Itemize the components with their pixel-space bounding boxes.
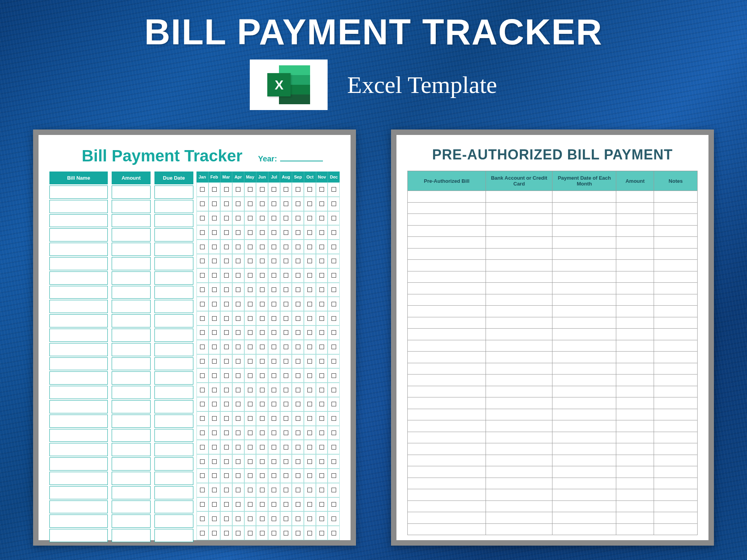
checkbox-cell[interactable] (328, 511, 340, 526)
cell-dd[interactable] (154, 186, 193, 199)
cell-dd[interactable] (154, 457, 193, 471)
checkbox-cell[interactable] (292, 326, 304, 340)
table-cell[interactable] (654, 443, 698, 455)
table-cell[interactable] (616, 386, 654, 397)
cell-bn[interactable] (49, 186, 108, 199)
checkbox-cell[interactable] (209, 182, 221, 197)
table-cell[interactable] (552, 317, 616, 329)
checkbox-cell[interactable] (196, 182, 209, 197)
checkbox-cell[interactable] (316, 411, 328, 426)
checkbox-cell[interactable] (292, 411, 304, 426)
checkbox-cell[interactable] (268, 268, 280, 283)
checkbox-cell[interactable] (280, 354, 292, 369)
checkbox-cell[interactable] (244, 197, 256, 211)
checkbox-cell[interactable] (268, 311, 280, 326)
checkbox-cell[interactable] (220, 297, 232, 311)
cell-bn[interactable] (49, 214, 108, 228)
checkbox-cell[interactable] (220, 240, 232, 254)
cell-bn[interactable] (49, 200, 108, 213)
table-cell[interactable] (408, 386, 486, 397)
checkbox-cell[interactable] (292, 426, 304, 440)
checkbox-cell[interactable] (232, 526, 244, 540)
cell-dd[interactable] (154, 443, 193, 456)
cell-dd[interactable] (154, 514, 193, 528)
checkbox-cell[interactable] (256, 354, 268, 369)
checkbox-cell[interactable] (256, 326, 268, 340)
table-cell[interactable] (408, 478, 486, 489)
checkbox-cell[interactable] (244, 182, 256, 197)
table-cell[interactable] (654, 478, 698, 489)
checkbox-cell[interactable] (209, 483, 221, 497)
checkbox-cell[interactable] (256, 411, 268, 426)
table-cell[interactable] (616, 443, 654, 455)
checkbox-cell[interactable] (280, 268, 292, 283)
checkbox-cell[interactable] (232, 297, 244, 311)
checkbox-cell[interactable] (316, 283, 328, 297)
table-cell[interactable] (616, 317, 654, 329)
table-cell[interactable] (408, 202, 486, 214)
table-cell[interactable] (552, 409, 616, 420)
table-cell[interactable] (408, 306, 486, 317)
table-cell[interactable] (486, 512, 552, 524)
checkbox-cell[interactable] (256, 197, 268, 211)
table-cell[interactable] (408, 294, 486, 306)
checkbox-cell[interactable] (292, 354, 304, 369)
checkbox-cell[interactable] (304, 268, 316, 283)
cell-bn[interactable] (49, 228, 108, 242)
checkbox-cell[interactable] (316, 511, 328, 526)
checkbox-cell[interactable] (316, 254, 328, 268)
checkbox-cell[interactable] (316, 225, 328, 240)
checkbox-cell[interactable] (196, 225, 209, 240)
checkbox-cell[interactable] (196, 240, 209, 254)
table-cell[interactable] (616, 478, 654, 489)
checkbox-cell[interactable] (209, 411, 221, 426)
checkbox-cell[interactable] (268, 383, 280, 397)
checkbox-cell[interactable] (256, 454, 268, 469)
table-cell[interactable] (486, 225, 552, 237)
table-cell[interactable] (408, 329, 486, 340)
table-cell[interactable] (654, 374, 698, 386)
cell-am[interactable] (112, 300, 151, 313)
table-cell[interactable] (552, 455, 616, 466)
checkbox-cell[interactable] (256, 483, 268, 497)
checkbox-cell[interactable] (256, 426, 268, 440)
checkbox-cell[interactable] (232, 197, 244, 211)
checkbox-cell[interactable] (328, 411, 340, 426)
checkbox-cell[interactable] (304, 497, 316, 512)
checkbox-cell[interactable] (209, 469, 221, 483)
cell-bn[interactable] (49, 429, 108, 442)
checkbox-cell[interactable] (244, 469, 256, 483)
table-cell[interactable] (486, 374, 552, 386)
checkbox-cell[interactable] (232, 497, 244, 512)
cell-bn[interactable] (49, 243, 108, 256)
cell-dd[interactable] (154, 472, 193, 485)
checkbox-cell[interactable] (244, 268, 256, 283)
table-cell[interactable] (408, 225, 486, 237)
cell-am[interactable] (112, 486, 151, 499)
table-cell[interactable] (486, 432, 552, 443)
table-cell[interactable] (408, 248, 486, 260)
cell-dd[interactable] (154, 214, 193, 228)
table-cell[interactable] (552, 523, 616, 535)
checkbox-cell[interactable] (209, 326, 221, 340)
checkbox-cell[interactable] (292, 311, 304, 326)
checkbox-cell[interactable] (209, 240, 221, 254)
checkbox-cell[interactable] (268, 283, 280, 297)
table-cell[interactable] (616, 420, 654, 432)
table-cell[interactable] (408, 466, 486, 478)
checkbox-cell[interactable] (316, 211, 328, 226)
cell-bn[interactable] (49, 314, 108, 327)
checkbox-cell[interactable] (232, 283, 244, 297)
checkbox-cell[interactable] (196, 497, 209, 512)
checkbox-cell[interactable] (316, 182, 328, 197)
checkbox-cell[interactable] (244, 411, 256, 426)
table-cell[interactable] (408, 260, 486, 271)
cell-am[interactable] (112, 443, 151, 456)
cell-dd[interactable] (154, 243, 193, 256)
cell-bn[interactable] (49, 371, 108, 385)
checkbox-cell[interactable] (209, 283, 221, 297)
table-cell[interactable] (552, 397, 616, 409)
table-cell[interactable] (654, 432, 698, 443)
checkbox-cell[interactable] (232, 225, 244, 240)
checkbox-cell[interactable] (220, 397, 232, 411)
